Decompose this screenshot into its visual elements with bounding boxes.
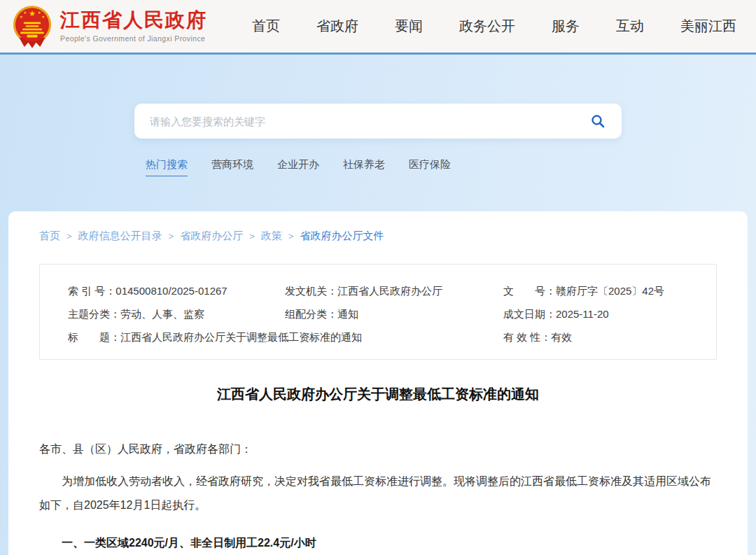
meta-docnum-value: 赣府厅字〔2025〕42号 bbox=[556, 285, 664, 297]
meta-issuer-label: 发文机关： bbox=[285, 285, 337, 297]
hot-item-medical-insurance[interactable]: 医疗保险 bbox=[409, 158, 451, 171]
hot-item-business-environment[interactable]: 营商环境 bbox=[211, 158, 253, 171]
meta-index-label: 索 引 号： bbox=[68, 285, 115, 297]
breadcrumb-separator: > bbox=[169, 231, 174, 241]
breadcrumb-separator: > bbox=[249, 231, 255, 241]
nav-services[interactable]: 服务 bbox=[552, 17, 580, 36]
meta-group-label: 组配分类： bbox=[285, 308, 337, 320]
document-title: 江西省人民政府办公厅关于调整最低工资标准的通知 bbox=[39, 385, 717, 404]
meta-topic-label: 主题分类： bbox=[68, 308, 120, 320]
meta-date-value: 2025-11-20 bbox=[556, 308, 609, 320]
meta-index-value: 014500810/2025-01267 bbox=[115, 285, 227, 297]
content-card: 首页 > 政府信息公开目录 > 省政府办公厅 > 政策 > 省政府办公厅文件 索… bbox=[8, 211, 748, 555]
svg-text:★: ★ bbox=[20, 14, 23, 18]
svg-text:★: ★ bbox=[29, 9, 36, 17]
meta-topic-value: 劳动、人事、监察 bbox=[120, 308, 204, 320]
meta-docnum-label: 文 号： bbox=[503, 285, 556, 297]
meta-title-value: 江西省人民政府办公厅关于调整最低工资标准的通知 bbox=[120, 331, 362, 343]
meta-issuer-value: 江西省人民政府办公厅 bbox=[337, 285, 442, 297]
nav-beautiful-jiangxi[interactable]: 美丽江西 bbox=[680, 17, 736, 36]
logo-text: 江西省人民政府 People's Government of Jiangxi P… bbox=[60, 10, 207, 43]
national-emblem-icon: ★ ★ ★ ★ ★ bbox=[13, 5, 52, 48]
top-nav: 首页 省政府 要闻 政务公开 服务 互动 美丽江西 bbox=[252, 17, 742, 36]
meta-date-label: 成文日期： bbox=[503, 308, 556, 320]
meta-topic-category: 主题分类：劳动、人事、监察 bbox=[68, 302, 285, 325]
meta-validity-value: 有效 bbox=[551, 331, 572, 343]
meta-validity: 有 效 性：有效 bbox=[503, 325, 702, 349]
nav-news[interactable]: 要闻 bbox=[395, 17, 423, 36]
search-box bbox=[134, 104, 622, 139]
search-button[interactable] bbox=[589, 113, 606, 129]
svg-text:★: ★ bbox=[38, 10, 41, 15]
breadcrumb: 首页 > 政府信息公开目录 > 省政府办公厅 > 政策 > 省政府办公厅文件 bbox=[39, 230, 717, 243]
nav-interaction[interactable]: 互动 bbox=[616, 17, 644, 36]
search-icon bbox=[591, 114, 605, 128]
nav-government-affairs[interactable]: 政务公开 bbox=[459, 17, 515, 36]
breadcrumb-current: 省政府办公厅文件 bbox=[300, 230, 384, 243]
search-input[interactable] bbox=[150, 115, 589, 127]
meta-document-number: 文 号：赣府厅字〔2025〕42号 bbox=[503, 279, 702, 302]
meta-issuing-agency: 发文机关：江西省人民政府办公厅 bbox=[285, 279, 503, 302]
nav-provincial-government[interactable]: 省政府 bbox=[316, 17, 358, 36]
hot-item-social-security[interactable]: 社保养老 bbox=[343, 158, 385, 171]
meta-group-category: 组配分类：通知 bbox=[285, 302, 503, 325]
breadcrumb-general-office[interactable]: 省政府办公厅 bbox=[180, 230, 243, 243]
meta-validity-label: 有 效 性： bbox=[503, 331, 551, 343]
breadcrumb-separator: > bbox=[288, 231, 294, 241]
meta-document-title: 标 题：江西省人民政府办公厅关于调整最低工资标准的通知 bbox=[68, 325, 503, 349]
meta-title-label: 标 题： bbox=[68, 331, 120, 343]
hot-item-start-business[interactable]: 企业开办 bbox=[277, 158, 319, 171]
search-area: 热门搜索 营商环境 企业开办 社保养老 医疗保险 bbox=[134, 55, 622, 176]
meta-group-value: 通知 bbox=[337, 308, 358, 320]
intro-paragraph: 为增加低收入劳动者收入，经省政府研究，决定对我省最低工资标准进行调整。现将调整后… bbox=[39, 470, 717, 517]
meta-index-number: 索 引 号：014500810/2025-01267 bbox=[68, 279, 285, 302]
nav-home[interactable]: 首页 bbox=[252, 17, 280, 36]
site-logo[interactable]: ★ ★ ★ ★ ★ 江西省人民政府 People's Government of… bbox=[13, 5, 207, 48]
breadcrumb-home[interactable]: 首页 bbox=[39, 230, 60, 243]
site-header: ★ ★ ★ ★ ★ 江西省人民政府 People's Government of… bbox=[0, 0, 756, 55]
meta-issue-date: 成文日期：2025-11-20 bbox=[503, 302, 702, 325]
document-metadata-table: 索 引 号：014500810/2025-01267 发文机关：江西省人民政府办… bbox=[39, 264, 717, 360]
hero-section: 热门搜索 营商环境 企业开办 社保养老 医疗保险 首页 > 政府信息公开目录 >… bbox=[0, 55, 756, 555]
site-subtitle: People's Government of Jiangxi Province bbox=[60, 34, 207, 43]
section1-heading: 一、一类区域2240元/月、非全日制用工22.4元/小时 bbox=[39, 533, 717, 554]
hot-search-row: 热门搜索 营商环境 企业开办 社保养老 医疗保险 bbox=[134, 158, 622, 176]
hot-search-label[interactable]: 热门搜索 bbox=[146, 158, 188, 176]
svg-text:★: ★ bbox=[41, 14, 45, 18]
document-body: 各市、县（区）人民政府，省政府各部门： 为增加低收入劳动者收入，经省政府研究，决… bbox=[39, 439, 717, 555]
salutation: 各市、县（区）人民政府，省政府各部门： bbox=[39, 439, 717, 460]
site-title: 江西省人民政府 bbox=[60, 10, 207, 31]
breadcrumb-info-directory[interactable]: 政府信息公开目录 bbox=[78, 230, 162, 243]
svg-text:★: ★ bbox=[23, 10, 27, 15]
breadcrumb-policy[interactable]: 政策 bbox=[261, 230, 282, 243]
breadcrumb-separator: > bbox=[66, 231, 72, 241]
